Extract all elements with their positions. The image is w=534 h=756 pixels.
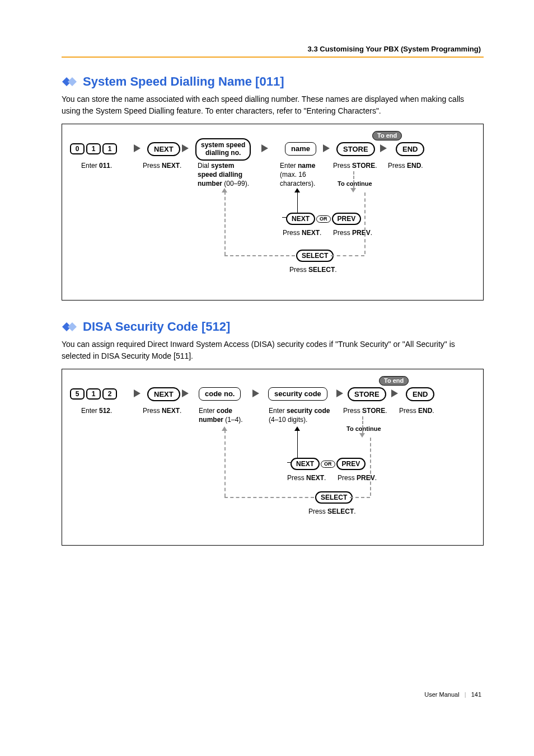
digit-key: 1 <box>86 143 101 154</box>
digit-key: 0 <box>70 143 85 154</box>
svg-marker-12 <box>336 389 343 397</box>
arrow-right-icon <box>391 389 398 397</box>
diamond-icon <box>62 77 77 87</box>
select-desc: Press SELECT. <box>306 507 358 516</box>
next-loop-desc: Press NEXT. <box>280 228 324 237</box>
svg-marker-11 <box>252 389 259 397</box>
arrow-right-icon <box>323 144 330 152</box>
step2-desc: Press NEXT. <box>140 406 184 415</box>
step5-desc: Press STORE. <box>331 161 379 170</box>
section-header: 3.3 Customising Your PBX (System Program… <box>62 45 484 58</box>
arrow-right-icon <box>182 144 189 152</box>
section1-flow: To end 0 1 1 NEXT system speeddialling n… <box>62 124 484 300</box>
section1-title: System Speed Dialling Name [011] <box>83 74 284 89</box>
security-code-box: security code <box>268 387 327 401</box>
next-loop-desc: Press NEXT. <box>285 473 328 482</box>
svg-marker-13 <box>391 389 398 397</box>
prev-loop-desc: Press PREV. <box>331 228 374 237</box>
svg-marker-8 <box>68 322 77 331</box>
diamond-icon <box>62 322 77 332</box>
next-loop-button: NEXT <box>286 213 315 225</box>
section2-heading: DISA Security Code [512] <box>62 320 484 334</box>
step1-desc: Enter 512. <box>79 406 114 415</box>
arrow-right-icon <box>134 389 140 397</box>
or-label: OR <box>316 215 331 223</box>
select-button: SELECT <box>296 250 334 262</box>
svg-marker-2 <box>134 144 140 152</box>
section2-description: You can assign required Direct Inward Sy… <box>62 339 484 362</box>
step6-desc: Press END. <box>397 406 437 415</box>
svg-marker-6 <box>380 144 387 152</box>
to-continue-label: To continue <box>338 180 372 187</box>
digit-key: 1 <box>102 143 117 154</box>
section1-heading: System Speed Dialling Name [011] <box>62 74 484 89</box>
end-button: END <box>396 142 424 156</box>
digit-key: 2 <box>102 388 117 400</box>
next-loop-button: NEXT <box>291 458 320 470</box>
arrow-right-icon <box>261 144 268 152</box>
svg-marker-4 <box>261 144 268 152</box>
to-end-label: To end <box>379 375 409 386</box>
section1-description: You can store the name associated with e… <box>62 93 484 117</box>
svg-marker-10 <box>182 389 189 397</box>
step2-desc: Press NEXT. <box>140 161 184 170</box>
svg-marker-5 <box>323 144 330 152</box>
to-end-label: To end <box>372 130 402 140</box>
prev-loop-button: PREV <box>332 213 362 225</box>
step3-desc: Enter code number (1–4). <box>196 406 257 424</box>
code-no-box: code no. <box>199 387 241 401</box>
step3-desc: Dial system speed dialling number (00–99… <box>195 161 261 189</box>
end-button: END <box>406 387 434 401</box>
digit-key: 5 <box>70 388 85 400</box>
step5-desc: Press STORE. <box>341 406 389 415</box>
step6-desc: Press END. <box>386 161 425 170</box>
select-button: SELECT <box>315 491 353 504</box>
store-button: STORE <box>336 142 375 156</box>
select-desc: Press SELECT. <box>287 265 339 274</box>
page-footer: User Manual | 141 <box>62 691 484 698</box>
or-label: OR <box>321 461 335 468</box>
footer-label: User Manual <box>424 691 459 698</box>
store-button: STORE <box>348 387 386 401</box>
section2-title: DISA Security Code [512] <box>83 320 230 334</box>
svg-marker-9 <box>134 389 140 397</box>
next-prev-group: NEXT OR PREV <box>286 213 361 225</box>
step4-desc: Enter name (max. 16 characters). <box>278 161 332 189</box>
digit-key: 1 <box>86 388 101 400</box>
to-continue-label: To continue <box>346 425 381 432</box>
arrow-right-icon <box>336 389 343 397</box>
page-number: 141 <box>471 691 481 698</box>
arrow-right-icon <box>182 389 189 397</box>
arrow-right-icon <box>134 144 140 152</box>
svg-marker-1 <box>68 77 77 86</box>
section2-flow: To end 5 1 2 NEXT code no. security code… <box>62 369 484 546</box>
speed-dial-no-box: system speeddialling no. <box>195 138 251 161</box>
next-button: NEXT <box>147 142 180 156</box>
next-button: NEXT <box>147 387 180 401</box>
step4-desc: Enter security code (4–10 digits). <box>266 406 344 424</box>
prev-loop-button: PREV <box>336 458 366 470</box>
svg-marker-3 <box>182 144 189 152</box>
arrow-right-icon <box>252 389 259 397</box>
prev-loop-desc: Press PREV. <box>335 473 379 482</box>
name-box: name <box>285 142 316 156</box>
arrow-right-icon <box>380 144 387 152</box>
step1-desc: Enter 011. <box>79 161 114 170</box>
next-prev-group: NEXT OR PREV <box>291 458 366 470</box>
